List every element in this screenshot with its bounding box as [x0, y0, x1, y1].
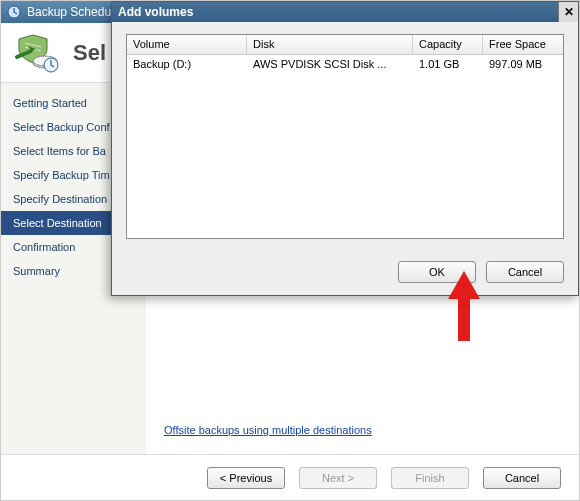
volumes-list[interactable]: Volume Disk Capacity Free Space Backup (…: [126, 34, 564, 239]
wizard-title: Backup Schedu: [27, 5, 111, 19]
wizard-cancel-button[interactable]: Cancel: [483, 467, 561, 489]
dialog-title: Add volumes: [118, 5, 193, 19]
finish-button: Finish: [391, 467, 469, 489]
wizard-heading: Sel: [73, 40, 106, 66]
col-disk[interactable]: Disk: [247, 35, 413, 54]
previous-button[interactable]: < Previous: [207, 467, 285, 489]
wizard-header-icon: [13, 33, 61, 73]
offsite-backups-link[interactable]: Offsite backups using multiple destinati…: [164, 424, 372, 436]
next-button: Next >: [299, 467, 377, 489]
list-header: Volume Disk Capacity Free Space: [127, 35, 563, 55]
col-capacity[interactable]: Capacity: [413, 35, 483, 54]
dialog-close-button[interactable]: ✕: [558, 2, 578, 22]
cell-free: 997.09 MB: [483, 55, 563, 73]
wizard-footer: < Previous Next > Finish Cancel: [1, 454, 579, 500]
dialog-cancel-button[interactable]: Cancel: [486, 261, 564, 283]
col-volume[interactable]: Volume: [127, 35, 247, 54]
cell-disk: AWS PVDISK SCSI Disk ...: [247, 55, 413, 73]
dialog-titlebar: Add volumes ✕: [112, 2, 578, 22]
cell-volume: Backup (D:): [127, 55, 247, 73]
list-item[interactable]: Backup (D:) AWS PVDISK SCSI Disk ... 1.0…: [127, 55, 563, 73]
col-free-space[interactable]: Free Space: [483, 35, 563, 54]
cell-capacity: 1.01 GB: [413, 55, 483, 73]
add-volumes-dialog: Add volumes ✕ Volume Disk Capacity Free …: [111, 1, 579, 296]
dialog-ok-button[interactable]: OK: [398, 261, 476, 283]
close-icon: ✕: [564, 5, 574, 19]
app-icon: [7, 5, 21, 19]
